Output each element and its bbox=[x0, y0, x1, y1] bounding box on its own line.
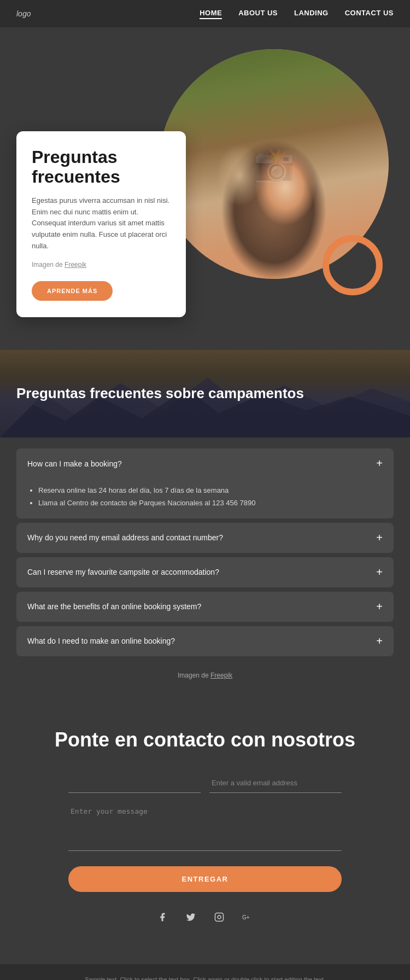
hero-decoration-circle bbox=[323, 235, 383, 295]
faq-toggle-4[interactable]: + bbox=[376, 600, 383, 613]
faq-image-credit: Imagen de Freepik bbox=[16, 661, 394, 685]
submit-button[interactable]: ENTREGAR bbox=[68, 866, 342, 892]
faq-question-2: Why do you need my email address and con… bbox=[27, 533, 223, 542]
faq-content-1: Reserva online las 24 horas del día, los… bbox=[16, 479, 394, 518]
faq-header-1[interactable]: How can I make a booking? + bbox=[16, 448, 394, 479]
footer: Sample text. Click to select the text bo… bbox=[0, 964, 410, 980]
footer-text: Sample text. Click to select the text bo… bbox=[16, 975, 394, 980]
email-input[interactable] bbox=[209, 773, 342, 793]
faq-question-1: How can I make a booking? bbox=[27, 459, 122, 468]
nav-links: HOME ABOUT US LANDING CONTACT US bbox=[200, 9, 394, 19]
faq-header-2[interactable]: Why do you need my email address and con… bbox=[16, 523, 394, 553]
hero-freepik-link[interactable]: Freepik bbox=[65, 261, 86, 269]
faq-header-4[interactable]: What are the benefits of an online booki… bbox=[16, 592, 394, 622]
social-icons: G+ bbox=[16, 908, 394, 926]
faq-toggle-1[interactable]: + bbox=[376, 457, 383, 470]
faq-section: How can I make a booking? + Reserva onli… bbox=[0, 438, 410, 701]
faq-toggle-2[interactable]: + bbox=[376, 532, 383, 544]
logo: logo bbox=[16, 9, 31, 18]
hero-title: Preguntas frecuentes bbox=[32, 148, 171, 186]
faq-item-2: Why do you need my email address and con… bbox=[16, 523, 394, 553]
faq-header-3[interactable]: Can I reserve my favourite campsite or a… bbox=[16, 557, 394, 587]
nav-contact[interactable]: CONTACT US bbox=[345, 9, 394, 19]
faq-answer-1-2: Llama al Centro de contacto de Parques N… bbox=[38, 497, 383, 509]
contact-section: Ponte en contacto con nosotros ENTREGAR … bbox=[0, 701, 410, 964]
faq-item-5: What do I need to make an online booking… bbox=[16, 626, 394, 656]
navigation: logo HOME ABOUT US LANDING CONTACT US bbox=[0, 0, 410, 27]
faq-question-5: What do I need to make an online booking… bbox=[27, 637, 175, 645]
svg-rect-2 bbox=[215, 913, 224, 921]
hero-image-credit: Imagen de Freepik bbox=[32, 260, 171, 270]
hero-card: Preguntas frecuentes Egestas purus viver… bbox=[16, 131, 186, 317]
svg-text:G+: G+ bbox=[242, 914, 250, 920]
contact-title: Ponte en contacto con nosotros bbox=[16, 728, 394, 751]
googleplus-icon[interactable]: G+ bbox=[239, 908, 256, 926]
faq-question-3: Can I reserve my favourite campsite or a… bbox=[27, 568, 219, 576]
faq-item-4: What are the benefits of an online booki… bbox=[16, 592, 394, 622]
instagram-icon[interactable] bbox=[210, 908, 228, 926]
learn-more-button[interactable]: APRENDE MÁS bbox=[32, 281, 113, 301]
form-row-top bbox=[68, 773, 342, 793]
mountain-decoration bbox=[0, 372, 410, 438]
twitter-icon[interactable] bbox=[182, 908, 200, 926]
faq-toggle-3[interactable]: + bbox=[376, 566, 383, 579]
hero-body: Egestas purus viverra accumsan in nisl n… bbox=[32, 195, 171, 252]
faq-header-5[interactable]: What do I need to make an online booking… bbox=[16, 626, 394, 656]
faq-freepik-link[interactable]: Freepik bbox=[210, 672, 232, 679]
faq-answer-1-1: Reserva online las 24 horas del día, los… bbox=[38, 484, 383, 497]
faq-banner: Preguntas frecuentes sobre campamentos bbox=[0, 350, 410, 438]
faq-question-4: What are the benefits of an online booki… bbox=[27, 602, 201, 611]
faq-banner-title: Preguntas frecuentes sobre campamentos bbox=[16, 385, 304, 402]
nav-home[interactable]: HOME bbox=[200, 9, 222, 19]
faq-item-3: Can I reserve my favourite campsite or a… bbox=[16, 557, 394, 587]
facebook-icon[interactable] bbox=[154, 908, 171, 926]
name-input[interactable] bbox=[68, 773, 201, 793]
faq-toggle-5[interactable]: + bbox=[376, 635, 383, 648]
message-textarea[interactable] bbox=[68, 802, 342, 851]
faq-item-1: How can I make a booking? + Reserva onli… bbox=[16, 448, 394, 518]
contact-form: ENTREGAR bbox=[68, 773, 342, 908]
nav-landing[interactable]: LANDING bbox=[294, 9, 329, 19]
nav-about[interactable]: ABOUT US bbox=[238, 9, 278, 19]
hero-section: Preguntas frecuentes Egestas purus viver… bbox=[0, 27, 410, 350]
